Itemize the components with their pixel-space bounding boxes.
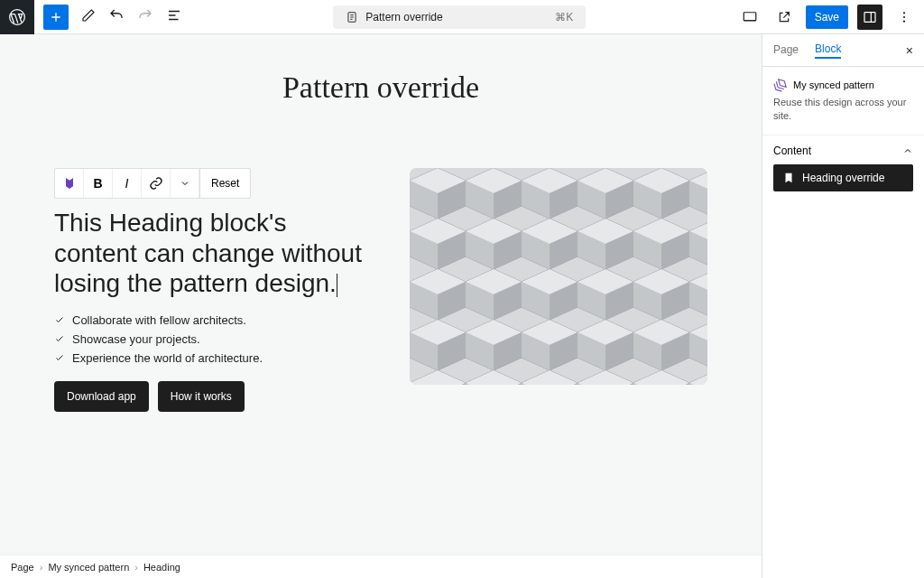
top-toolbar: Pattern override ⌘K Save bbox=[0, 0, 924, 34]
list-item[interactable]: Experience the world of architecture. bbox=[54, 351, 374, 365]
italic-icon[interactable]: I bbox=[113, 169, 142, 198]
text-cursor bbox=[337, 274, 337, 297]
architecture-image[interactable] bbox=[410, 168, 707, 385]
add-block-button[interactable] bbox=[43, 5, 69, 30]
how-it-works-button[interactable]: How it works bbox=[158, 381, 245, 412]
redo-icon[interactable] bbox=[137, 7, 153, 27]
bold-icon[interactable]: B bbox=[84, 169, 113, 198]
breadcrumb-item[interactable]: Page bbox=[11, 562, 34, 573]
list-item[interactable]: Collaborate with fellow architects. bbox=[54, 313, 374, 327]
download-button[interactable]: Download app bbox=[54, 381, 149, 412]
button-group: Download app How it works bbox=[54, 381, 374, 412]
preview-icon[interactable] bbox=[737, 5, 762, 30]
pattern-content-row: B I Reset This Heading block's content c… bbox=[54, 168, 707, 412]
svg-rect-2 bbox=[744, 12, 756, 20]
tab-page[interactable]: Page bbox=[773, 43, 799, 58]
block-description: Reuse this design across your site. bbox=[773, 96, 913, 124]
more-formatting-icon[interactable] bbox=[171, 169, 199, 198]
document-overview-icon[interactable] bbox=[166, 7, 182, 27]
feature-list: Collaborate with fellow architects. Show… bbox=[54, 313, 374, 365]
block-name: My synced pattern bbox=[793, 79, 874, 90]
content-section: Content Heading override bbox=[762, 135, 924, 200]
block-toolbar: B I Reset bbox=[54, 168, 251, 199]
keyboard-shortcut: ⌘K bbox=[555, 11, 573, 23]
document-title-pill[interactable]: Pattern override ⌘K bbox=[333, 5, 586, 29]
svg-point-6 bbox=[903, 20, 905, 22]
breadcrumb-item[interactable]: Heading bbox=[143, 562, 180, 573]
save-button[interactable]: Save bbox=[806, 5, 848, 29]
tool-icons-group bbox=[81, 7, 182, 27]
svg-rect-12 bbox=[410, 168, 707, 385]
settings-sidebar: Page Block × My synced pattern Reuse thi… bbox=[762, 34, 924, 578]
tab-block[interactable]: Block bbox=[815, 42, 841, 59]
breadcrumb: Page › My synced pattern › Heading bbox=[0, 555, 762, 578]
block-type-icon[interactable] bbox=[55, 169, 84, 198]
editor-body: Pattern override B I Reset This Heading … bbox=[0, 34, 924, 578]
undo-icon[interactable] bbox=[108, 7, 125, 27]
reset-button[interactable]: Reset bbox=[199, 169, 250, 198]
document-title: Pattern override bbox=[365, 11, 442, 23]
check-icon bbox=[54, 333, 65, 344]
link-icon[interactable] bbox=[142, 169, 171, 198]
sidebar-tabs: Page Block × bbox=[762, 34, 924, 67]
svg-rect-3 bbox=[864, 12, 875, 22]
more-options-icon[interactable] bbox=[892, 5, 917, 30]
edit-icon[interactable] bbox=[81, 8, 96, 26]
editor-canvas[interactable]: Pattern override B I Reset This Heading … bbox=[0, 34, 762, 578]
chevron-right-icon: › bbox=[40, 562, 43, 573]
list-item[interactable]: Showcase your projects. bbox=[54, 332, 374, 346]
settings-panel-toggle-icon[interactable] bbox=[857, 5, 882, 30]
svg-point-4 bbox=[903, 12, 905, 14]
chevron-right-icon: › bbox=[134, 562, 138, 573]
chevron-up-icon bbox=[902, 145, 913, 156]
breadcrumb-item[interactable]: My synced pattern bbox=[48, 562, 129, 573]
page-icon bbox=[346, 11, 358, 23]
left-column: B I Reset This Heading block's content c… bbox=[54, 168, 374, 412]
external-preview-icon[interactable] bbox=[772, 5, 797, 30]
block-name-row: My synced pattern bbox=[773, 78, 913, 92]
wordpress-logo-icon[interactable] bbox=[0, 0, 34, 34]
bookmark-icon bbox=[782, 172, 795, 184]
block-info-panel: My synced pattern Reuse this design acro… bbox=[762, 67, 924, 135]
pattern-icon bbox=[773, 78, 788, 92]
check-icon bbox=[54, 314, 65, 325]
close-sidebar-icon[interactable]: × bbox=[906, 43, 913, 58]
svg-point-5 bbox=[903, 15, 905, 17]
page-title[interactable]: Pattern override bbox=[0, 70, 762, 105]
heading-block[interactable]: This Heading block's content can change … bbox=[54, 208, 374, 299]
right-toolbar: Save bbox=[737, 5, 917, 30]
check-icon bbox=[54, 352, 65, 363]
document-bar: Pattern override ⌘K bbox=[182, 5, 737, 29]
content-item-heading-override[interactable]: Heading override bbox=[773, 164, 913, 191]
content-section-header[interactable]: Content bbox=[773, 144, 913, 157]
